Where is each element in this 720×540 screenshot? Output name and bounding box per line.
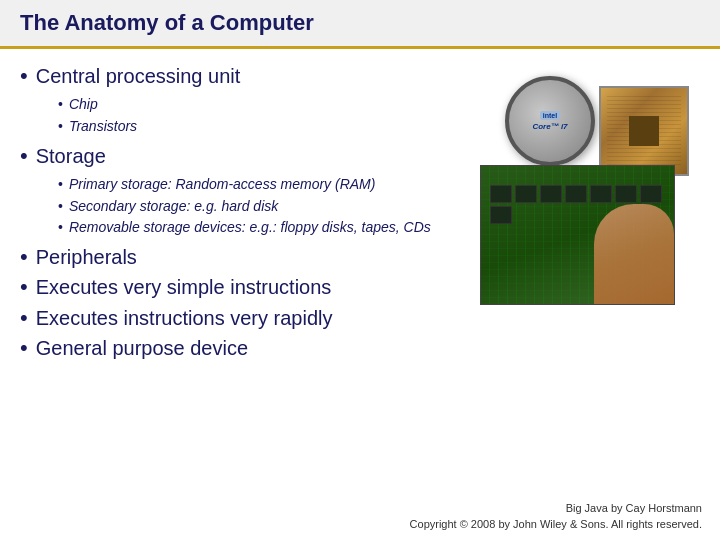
bullet-label-cpu: Central processing unit [36,63,241,89]
sub-label-ram: Primary storage: Random-access memory (R… [69,175,376,195]
ram-stick-image [480,165,675,305]
sub-bullet-chip: • Chip [58,95,490,115]
ram-image-area [480,165,680,310]
sub-dot-transistors: • [58,117,63,137]
ram-chip-7 [640,185,662,203]
ram-chip-8 [490,206,512,224]
sub-dot-removable: • [58,218,63,238]
bullet-label-general: General purpose device [36,335,248,361]
intel-logo-text: intel [540,111,560,120]
sub-bullet-transistors: • Transistors [58,117,490,137]
footer-line2: Copyright © 2008 by John Wiley & Sons. A… [410,517,702,532]
bullet-cpu: • Central processing unit [20,63,490,89]
sub-bullet-removable: • Removable storage devices: e.g.: flopp… [58,218,490,238]
bullet-label-storage: Storage [36,143,106,169]
bullet-dot-storage: • [20,143,28,169]
cpu-sub-bullets: • Chip • Transistors [58,95,490,136]
sub-dot-chip: • [58,95,63,115]
bullet-dot-peripherals: • [20,244,28,270]
footer-line1: Big Java by Cay Horstmann [410,501,702,516]
sub-label-chip: Chip [69,95,98,115]
slide: The Anatomy of a Computer • Central proc… [0,0,720,540]
bullet-general: • General purpose device [20,335,700,361]
ram-chip-6 [615,185,637,203]
sub-label-removable: Removable storage devices: e.g.: floppy … [69,218,431,238]
slide-footer: Big Java by Cay Horstmann Copyright © 20… [410,501,702,532]
corei7-text: Core™ i7 [532,122,567,131]
ram-chip-2 [515,185,537,203]
bullet-dot-rapidly: • [20,305,28,331]
sub-label-transistors: Transistors [69,117,137,137]
ram-chip-5 [590,185,612,203]
sub-bullet-hdd: • Secondary storage: e.g. hard disk [58,197,490,217]
storage-sub-bullets: • Primary storage: Random-access memory … [58,175,490,238]
lower-section: • Peripherals • Executes very simple ins… [20,244,700,366]
sub-bullet-ram: • Primary storage: Random-access memory … [58,175,490,195]
bullet-cpu-block: • Central processing unit • Chip • Trans… [20,63,490,137]
bullet-dot-cpu: • [20,63,28,89]
sub-label-hdd: Secondary storage: e.g. hard disk [69,197,278,217]
bullet-storage: • Storage [20,143,490,169]
sub-dot-hdd: • [58,197,63,217]
bullet-dot-simple: • [20,274,28,300]
ram-chip-4 [565,185,587,203]
intel-cpu-circle: intel Core™ i7 [505,76,595,166]
hand-holding-ram [594,204,674,304]
cpu-board-square [599,86,689,176]
sub-dot-ram: • [58,175,63,195]
bullet-storage-block: • Storage • Primary storage: Random-acce… [20,143,490,238]
slide-title: The Anatomy of a Computer [20,10,314,36]
ram-chip-3 [540,185,562,203]
ram-chip-1 [490,185,512,203]
slide-header: The Anatomy of a Computer [0,0,720,49]
cpu-core-block [629,116,659,146]
content-area: • Central processing unit • Chip • Trans… [0,49,720,371]
top-text-area: • Central processing unit • Chip • Trans… [20,63,490,244]
bullet-label-simple: Executes very simple instructions [36,274,332,300]
bullet-dot-general: • [20,335,28,361]
bullet-label-rapidly: Executes instructions very rapidly [36,305,333,331]
bullet-label-peripherals: Peripherals [36,244,137,270]
